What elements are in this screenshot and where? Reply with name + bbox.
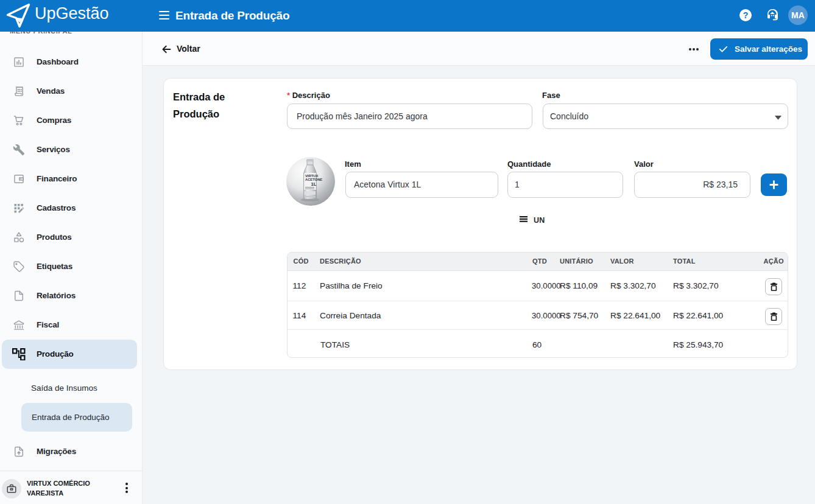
svg-text:ACETONE: ACETONE xyxy=(305,178,322,181)
svg-text:VIRTUX: VIRTUX xyxy=(305,174,318,178)
svg-text:1L: 1L xyxy=(311,181,317,187)
